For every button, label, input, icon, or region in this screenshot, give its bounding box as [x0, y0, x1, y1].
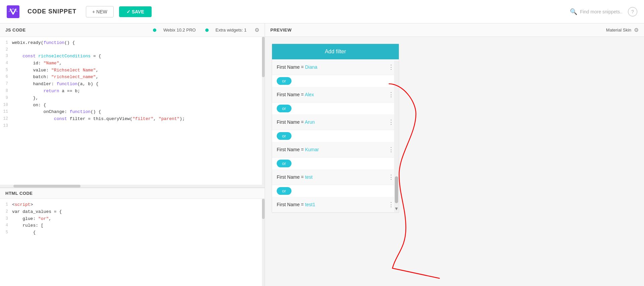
code-token: , — [153, 116, 159, 121]
js-panel-title: JS CODE — [5, 27, 26, 33]
filter-row-text: First Name = Diana — [277, 64, 385, 70]
code-token: "parent" — [159, 116, 179, 121]
code-text: id: "Name", — [12, 60, 62, 67]
code-token: "Richselect Name" — [51, 68, 96, 73]
code-token: () { — [64, 40, 75, 45]
search-area: 🔍 Find more snippets.. — [570, 8, 623, 15]
code-token — [12, 116, 54, 121]
code-line: 2var data_values = { — [0, 209, 265, 216]
code-token: }, — [12, 96, 38, 101]
code-token: batch: — [12, 74, 51, 79]
or-badge-3: or — [272, 130, 399, 142]
code-line: 3 const richselectConditions = { — [0, 53, 265, 60]
code-text: batch: "richselect_name", — [12, 74, 98, 81]
code-line: 10 on: { — [0, 102, 265, 109]
filter-menu-btn[interactable]: ⋮ — [388, 91, 394, 98]
webix-status-dot — [153, 28, 156, 32]
left-panel: JS CODE Webix 10.2 PRO Extra widgets: 1 … — [0, 23, 265, 286]
code-token: onChange: — [12, 109, 70, 114]
line-number: 3 — [0, 216, 12, 222]
code-line: 1<script> — [0, 202, 265, 209]
code-line: 4 rules: [ — [0, 222, 265, 229]
filter-val: Diana — [305, 64, 317, 70]
scroll-down-arrow[interactable]: ▼ — [394, 206, 399, 211]
code-token: () { — [91, 109, 101, 114]
filter-row: First Name = Alex ⋮ — [272, 87, 399, 103]
filter-val: test — [305, 174, 313, 180]
code-text: onChange: function() { — [12, 109, 101, 116]
filter-row-text: First Name = Alex — [277, 92, 385, 97]
filter-scrollbar[interactable]: ▼ — [394, 61, 399, 213]
right-panel: PREVIEW Material Skin ⚙ Add filter First… — [265, 23, 644, 286]
code-token: , — [49, 216, 51, 221]
filter-menu-btn[interactable]: ⋮ — [388, 173, 394, 181]
js-hscroll-thumb[interactable] — [13, 185, 80, 187]
search-placeholder[interactable]: Find more snippets.. — [580, 9, 623, 14]
filter-menu-btn[interactable]: ⋮ — [388, 201, 394, 208]
code-token: return — [44, 89, 59, 94]
filter-row-text: First Name = Kumar — [277, 147, 385, 152]
app-title: CODE SNIPPET — [28, 8, 76, 15]
code-text: handler: function(a, b) { — [12, 81, 98, 88]
html-vscroll-thumb[interactable] — [262, 199, 265, 219]
or-label: or — [277, 105, 291, 112]
main-layout: JS CODE Webix 10.2 PRO Extra widgets: 1 … — [0, 23, 644, 286]
code-token: function — [70, 109, 91, 114]
code-line: 13 — [0, 123, 265, 129]
html-code-area[interactable]: 1<script>2var data_values = {3 glue: "or… — [0, 199, 265, 286]
line-number: 5 — [0, 229, 12, 236]
code-line: 9 }, — [0, 95, 265, 102]
html-vscroll[interactable] — [262, 199, 265, 286]
or-badge-1: or — [272, 75, 399, 87]
code-text: }, — [12, 95, 38, 102]
filter-menu-btn[interactable]: ⋮ — [388, 63, 394, 71]
app-header: CODE SNIPPET + NEW ✓ SAVE 🔍 Find more sn… — [0, 0, 644, 23]
or-label: or — [277, 77, 291, 85]
line-number: 4 — [0, 60, 12, 66]
line-number: 10 — [0, 102, 12, 108]
js-settings-icon[interactable]: ⚙ — [255, 27, 259, 33]
save-button[interactable]: ✓ SAVE — [119, 6, 152, 17]
js-hscroll[interactable] — [0, 185, 265, 187]
filter-header[interactable]: Add filter — [272, 44, 399, 59]
code-text: { — [12, 229, 36, 236]
js-vscroll[interactable] — [262, 37, 265, 187]
code-text: <script> — [12, 202, 33, 209]
js-code-area[interactable]: 1webix.ready(function() {23 const richse… — [0, 37, 265, 188]
skin-label: Material Skin — [606, 27, 631, 33]
js-panel-header: JS CODE Webix 10.2 PRO Extra widgets: 1 … — [0, 23, 265, 37]
code-token: var data_values = { — [12, 209, 62, 214]
filter-row-text: First Name = test — [277, 174, 385, 180]
line-number: 2 — [0, 47, 12, 53]
filter-val: test1 — [305, 202, 315, 207]
code-text: value: "Richselect Name", — [12, 67, 98, 74]
filter-row: First Name = Diana ⋮ — [272, 59, 399, 75]
html-editor[interactable]: 1<script>2var data_values = {3 glue: "or… — [0, 199, 265, 286]
code-token: webix.ready( — [12, 40, 44, 45]
preview-settings-icon[interactable]: ⚙ — [634, 27, 639, 33]
filter-row: First Name = test1 ⋮ — [272, 197, 399, 213]
filter-row: First Name = test ⋮ — [272, 169, 399, 185]
search-icon: 🔍 — [570, 8, 577, 15]
code-text: webix.ready(function() { — [12, 40, 75, 47]
line-number: 1 — [0, 202, 12, 208]
code-line: 7 handler: function(a, b) { — [0, 81, 265, 88]
code-token — [12, 54, 22, 59]
new-button[interactable]: + NEW — [86, 6, 114, 17]
line-number: 12 — [0, 116, 12, 122]
js-editor[interactable]: 1webix.ready(function() {23 const richse… — [0, 37, 265, 187]
code-token: "richselect_name" — [51, 74, 96, 79]
code-token: richselectConditions — [38, 54, 91, 59]
filter-menu-btn[interactable]: ⋮ — [388, 146, 394, 153]
filter-menu-btn[interactable]: ⋮ — [388, 118, 394, 126]
extra-widgets-dot — [205, 28, 209, 32]
js-vscroll-thumb[interactable] — [262, 37, 265, 77]
code-token: const — [22, 54, 36, 59]
line-number: 1 — [0, 40, 12, 46]
code-token: < — [12, 202, 15, 207]
code-token: id: — [12, 61, 44, 66]
line-number: 6 — [0, 74, 12, 80]
filter-scroll-thumb[interactable] — [395, 176, 398, 203]
code-token: script — [15, 202, 31, 207]
help-button[interactable]: ? — [628, 7, 637, 16]
